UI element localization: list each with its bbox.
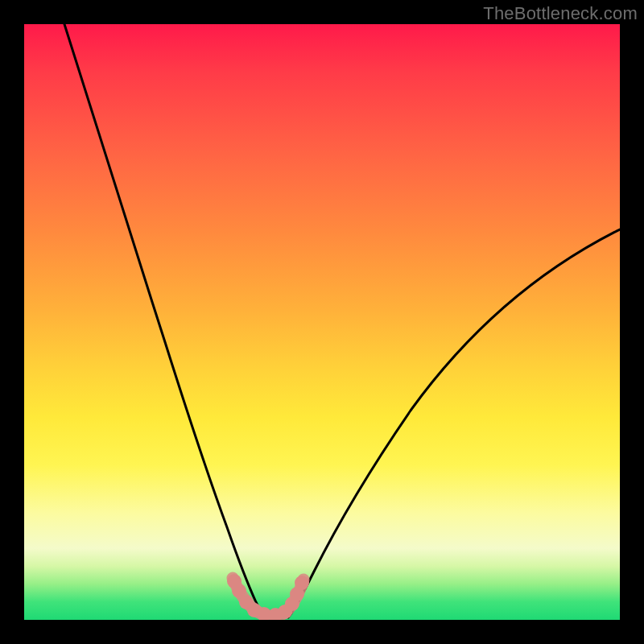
svg-point-8 (290, 587, 304, 601)
svg-point-1 (232, 584, 246, 598)
bottom-segment-stroke (233, 578, 303, 617)
svg-point-4 (257, 607, 271, 620)
svg-point-9 (295, 576, 309, 590)
svg-point-6 (278, 605, 292, 619)
bottom-segment (227, 574, 309, 620)
svg-point-5 (268, 608, 283, 620)
svg-point-0 (227, 574, 242, 588)
plot-area (24, 24, 620, 620)
svg-point-3 (247, 603, 262, 617)
svg-point-2 (239, 595, 254, 609)
right-curve (288, 229, 620, 617)
curve-layer (24, 24, 620, 620)
chart-frame: TheBottleneck.com (0, 0, 644, 644)
left-curve (64, 24, 266, 617)
svg-point-7 (285, 597, 299, 611)
watermark-text: TheBottleneck.com (483, 3, 638, 24)
